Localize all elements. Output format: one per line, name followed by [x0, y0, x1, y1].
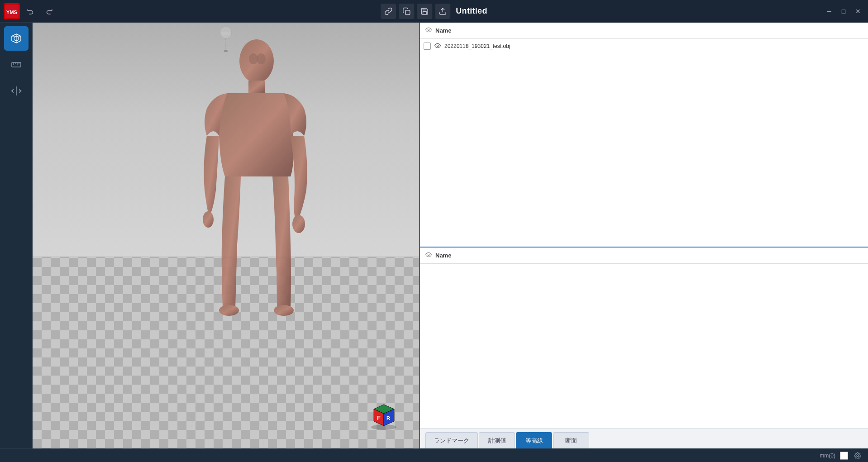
tab-contour[interactable]: 等高線 — [516, 432, 552, 448]
duplicate-button[interactable] — [399, 4, 414, 19]
title-bar-left: YMS — [0, 3, 56, 19]
viewport[interactable]: NAV F R — [33, 23, 419, 448]
main-area: NAV F R — [0, 23, 868, 448]
svg-point-36 — [257, 53, 266, 64]
tab-landmark[interactable]: ランドマーク — [425, 432, 478, 448]
objects-panel-header: Name — [420, 23, 868, 39]
svg-text:YMS: YMS — [6, 10, 17, 15]
object-eye-icon-1[interactable] — [434, 43, 441, 50]
svg-text:F: F — [377, 414, 381, 421]
objects-panel-title: Name — [435, 27, 451, 34]
save-button[interactable] — [417, 4, 432, 19]
materials-panel-title: Name — [435, 252, 451, 259]
nav-cube-handle[interactable]: NAV — [216, 26, 236, 52]
svg-text:NAV: NAV — [222, 31, 230, 36]
close-button[interactable]: ✕ — [852, 5, 864, 18]
right-panel: Name 20220118_193021_test.obj — [419, 23, 868, 448]
svg-rect-8 — [12, 62, 21, 67]
objects-panel-eye-icon — [425, 27, 432, 34]
settings-icon[interactable] — [853, 451, 863, 461]
svg-point-51 — [437, 45, 439, 47]
svg-point-40 — [224, 50, 228, 52]
object-label-1: 20220118_193021_test.obj — [444, 43, 510, 49]
objects-panel: Name 20220118_193021_test.obj — [420, 23, 868, 248]
materials-panel-header: Name — [420, 248, 868, 264]
bottom-tabs: ランドマーク 計測値 等高線 断面 — [420, 429, 868, 448]
svg-rect-30 — [248, 81, 265, 93]
tab-section[interactable]: 断面 — [553, 432, 589, 448]
redo-button[interactable] — [42, 4, 56, 19]
object-checkbox-1[interactable] — [424, 43, 431, 50]
undo-button[interactable] — [24, 4, 38, 19]
svg-point-52 — [428, 254, 429, 256]
tab-measurement[interactable]: 計測値 — [479, 432, 515, 448]
object-row-1[interactable]: 20220118_193021_test.obj — [420, 39, 868, 53]
maximize-button[interactable]: □ — [837, 5, 850, 18]
link-button[interactable] — [381, 4, 396, 19]
svg-text:R: R — [386, 415, 390, 421]
unit-label: mm(0) — [820, 452, 835, 459]
minimize-button[interactable]: ─ — [823, 5, 835, 18]
svg-point-32 — [203, 211, 214, 228]
svg-point-33 — [219, 305, 239, 316]
status-bar: mm(0) — [0, 448, 868, 462]
export-button[interactable] — [435, 4, 450, 19]
title-bar-center: Untitled — [381, 4, 487, 19]
svg-point-34 — [274, 305, 294, 316]
title-bar-right: ─ □ ✕ — [823, 5, 864, 18]
svg-rect-2 — [405, 10, 410, 14]
materials-panel: Name — [420, 248, 868, 429]
app-logo: YMS — [4, 3, 20, 19]
left-sidebar — [0, 23, 33, 448]
svg-point-53 — [857, 455, 858, 457]
materials-panel-eye-icon — [425, 252, 432, 259]
orientation-cube[interactable]: F R — [367, 396, 401, 430]
title-bar: YMS — [0, 0, 868, 23]
svg-point-31 — [292, 215, 305, 233]
sidebar-tool-measure[interactable] — [4, 52, 29, 77]
svg-point-50 — [428, 29, 429, 31]
color-swatch[interactable] — [840, 452, 848, 460]
app-title: Untitled — [456, 6, 487, 16]
sidebar-tool-select[interactable] — [4, 26, 29, 51]
sidebar-tool-compare[interactable] — [4, 79, 29, 103]
